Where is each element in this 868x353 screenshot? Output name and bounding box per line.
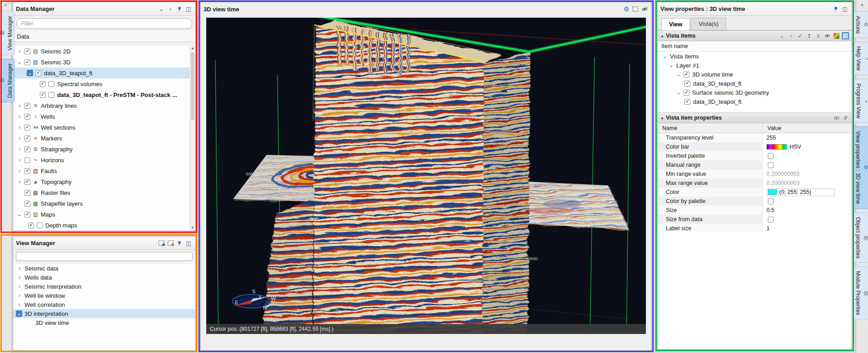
property-value[interactable]: 1	[763, 225, 852, 232]
tree-item-stratigraphy[interactable]: › ≣ Stratigraphy	[13, 144, 189, 155]
expander-icon[interactable]: ›	[16, 179, 23, 185]
vista-item-properties-section-header[interactable]: ▲ Vista item properties ↺	[658, 112, 852, 123]
expander-icon[interactable]: ›	[16, 48, 23, 54]
tree-item-prestm[interactable]: data_3D_teapot_ft - PreSTM - Post-stack …	[13, 89, 189, 100]
pin-icon[interactable]	[832, 5, 840, 13]
property-value[interactable]: 0.5	[763, 207, 852, 213]
chevron-down-icon[interactable]: ⌄	[157, 5, 165, 13]
rail-tab-view-manager[interactable]: ▤ View Manager	[0, 11, 15, 55]
tree-item-topography[interactable]: › ▲ Topography	[13, 176, 189, 187]
view-item-3d-interpretation[interactable]: ⌄ 3D interpretation	[13, 309, 195, 318]
visibility-checkbox[interactable]	[40, 81, 46, 87]
rail-tab-object-properties[interactable]: ▤ Object properties	[853, 213, 868, 263]
secondary-checkbox[interactable]	[48, 81, 54, 87]
rail-tab-help-view[interactable]: ? Help View	[854, 42, 868, 75]
vista-item-surface-seismic[interactable]: ⌄ Surface seismic 3D geometry	[658, 88, 852, 97]
visibility-checkbox[interactable]	[24, 48, 30, 54]
property-checkbox[interactable]	[768, 153, 774, 159]
expander-icon[interactable]: ›	[16, 274, 23, 280]
property-row-manual-range[interactable]: Manual range	[658, 160, 852, 169]
export-icon[interactable]: ⇩	[815, 33, 822, 39]
visibility-checkbox[interactable]	[24, 146, 30, 152]
tree-item-maps[interactable]: ⌄ ▥ Maps	[13, 209, 189, 220]
expander-icon[interactable]: ›	[16, 146, 23, 152]
visibility-checkbox[interactable]	[24, 201, 30, 207]
property-checkbox[interactable]	[768, 162, 774, 168]
tree-item-well-sections[interactable]: › AA Well sections	[13, 122, 189, 133]
expander-icon[interactable]: ›	[16, 113, 23, 120]
expander-icon[interactable]: ›	[16, 283, 23, 290]
expander-icon[interactable]: ›	[16, 301, 23, 308]
tree-item-wells[interactable]: › ♁ Wells	[13, 111, 189, 122]
visibility-checkbox[interactable]	[24, 125, 30, 131]
new-layout-icon[interactable]	[166, 240, 175, 247]
property-row-size-from-data[interactable]: Size from data	[658, 215, 852, 224]
panel-options-icon[interactable]: ◫	[841, 5, 849, 13]
view-item-seismic-interpretation[interactable]: › Seismic Interpretation	[13, 282, 195, 291]
filter-input[interactable]	[16, 18, 192, 29]
expander-icon[interactable]: ⌄	[668, 62, 675, 68]
check-icon[interactable]: ✓	[796, 33, 804, 39]
tree-item-arbitrary-lines[interactable]: › ≋ Arbitrary lines	[13, 100, 189, 111]
visibility-checkbox[interactable]	[28, 222, 34, 228]
expander-icon[interactable]: ›	[16, 135, 23, 141]
scroll-up-icon[interactable]: ▲	[190, 46, 195, 51]
property-checkbox[interactable]	[768, 217, 774, 222]
detach-arrow-icon[interactable]: ›	[166, 5, 175, 13]
property-row-size[interactable]: Size 0.5	[658, 206, 852, 215]
visibility-checkbox[interactable]	[24, 179, 30, 185]
view-item-well-tie-window[interactable]: › Well tie window	[13, 291, 195, 300]
visibility-checkbox[interactable]	[684, 90, 689, 96]
view-item-wells-data[interactable]: › Wells data	[13, 273, 195, 282]
scrollbar[interactable]: ▲ ▼	[189, 46, 195, 231]
expand-right-icon[interactable]: »	[861, 1, 863, 8]
visibility-checkbox[interactable]	[24, 157, 30, 163]
visibility-toggle-icon[interactable]	[640, 5, 649, 13]
tree-item-shapefile-layers[interactable]: ▦ Shapefile layers	[13, 198, 189, 209]
visibility-checkbox[interactable]	[684, 72, 689, 77]
property-row-color-bar[interactable]: Color bar HSV	[658, 142, 852, 151]
visibility-checkbox[interactable]	[684, 99, 690, 105]
panel-options-icon[interactable]: ◫	[184, 240, 193, 247]
visibility-checkbox[interactable]	[684, 81, 690, 87]
view-item-3d-view-time[interactable]: 3D view time	[13, 318, 195, 327]
property-row-color-by-palette[interactable]: Color by palette	[658, 197, 852, 206]
expander-icon[interactable]: ›	[16, 124, 23, 131]
new-view-icon[interactable]	[157, 240, 165, 247]
tree-item-faults[interactable]: › ▨ Faults	[13, 165, 189, 176]
vista-items-section-header[interactable]: ▲ Vista items ⌄ › ✓ ↥ ⇩	[658, 30, 852, 41]
visibility-checkbox[interactable]	[24, 168, 30, 174]
secondary-checkbox[interactable]	[37, 222, 43, 228]
expander-icon[interactable]: ⌄	[27, 70, 33, 76]
eye-icon[interactable]	[824, 33, 831, 39]
tree-item-markers[interactable]: › ∗ Markers	[13, 133, 189, 144]
grid-view-icon[interactable]	[842, 33, 849, 39]
visibility-checkbox[interactable]	[35, 70, 41, 76]
property-value[interactable]: 255	[763, 135, 852, 141]
property-row-color[interactable]: Color (0; 255; 255)	[658, 188, 852, 197]
collapse-left-icon[interactable]: «	[4, 1, 7, 8]
capture-view-icon[interactable]	[631, 5, 640, 13]
scroll-down-icon[interactable]: ▼	[190, 225, 195, 231]
scrollbar-thumb[interactable]	[191, 52, 194, 120]
rail-tab-data-manager[interactable]: ▥ Data Manager	[0, 59, 15, 102]
property-row-max-range[interactable]: Max range value 0.200000003	[658, 179, 852, 188]
rail-tab-actions[interactable]: ⚙ Actions	[853, 11, 868, 38]
vista-item-3d-volume-time[interactable]: ⌄ 3D volume time	[658, 70, 852, 79]
property-row-label-size[interactable]: Label size 1	[658, 224, 852, 233]
tab-view[interactable]: View	[661, 18, 690, 30]
tree-item-depth-maps[interactable]: Depth maps	[13, 220, 189, 231]
expander-icon[interactable]: ⌄	[16, 211, 23, 218]
expander-icon[interactable]: ›	[16, 157, 23, 163]
expander-icon[interactable]: ›	[16, 292, 23, 299]
expander-icon[interactable]: ›	[16, 168, 23, 174]
visibility-checkbox[interactable]	[24, 190, 30, 196]
expander-icon[interactable]: ⌄	[16, 310, 22, 317]
property-row-inverted-palette[interactable]: Inverted palette	[658, 151, 852, 160]
rail-tab-progress-view[interactable]: ◐ Progress View	[854, 79, 868, 123]
chevron-down-icon[interactable]: ⌄	[778, 33, 786, 39]
vista-item-data-teapot[interactable]: data_3D_teapot_ft	[658, 97, 852, 106]
rail-tab-module-properties[interactable]: ▥ Module Properties	[853, 266, 868, 319]
property-value[interactable]: HSV	[763, 144, 852, 150]
expander-icon[interactable]: ⌄	[16, 59, 23, 65]
